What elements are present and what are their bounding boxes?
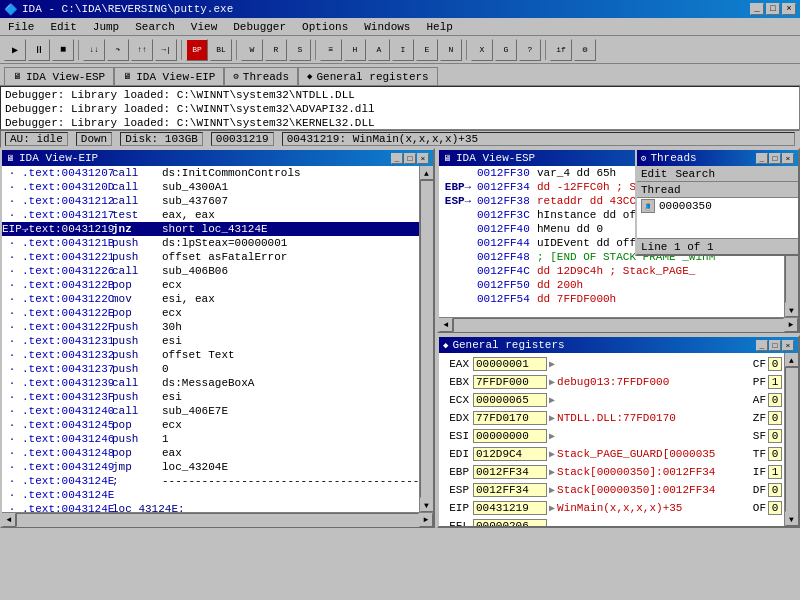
menu-debugger[interactable]: Debugger [229, 20, 290, 34]
xrefs-button[interactable]: X [471, 39, 493, 61]
regs-button[interactable]: R [265, 39, 287, 61]
tab-threads[interactable]: ⚙ Threads [224, 67, 298, 85]
regs-scroll-down[interactable]: ▼ [785, 512, 799, 526]
regs-scrollbar[interactable]: ▲ ▼ [784, 353, 798, 526]
names-button[interactable]: N [440, 39, 462, 61]
step-out-button[interactable]: ↑↑ [131, 39, 153, 61]
exports-button[interactable]: E [416, 39, 438, 61]
tab-threads-label: Threads [243, 71, 289, 83]
eip-scroll-left[interactable]: ◄ [2, 513, 16, 527]
esp-scroll-left[interactable]: ◄ [439, 318, 453, 332]
hex-view-button[interactable]: H [344, 39, 366, 61]
script-button[interactable]: if [550, 39, 572, 61]
regs-scroll-up[interactable]: ▲ [785, 353, 799, 367]
strings-button[interactable]: A [368, 39, 390, 61]
reg-value[interactable]: 0012FF34 [473, 465, 547, 479]
threads-menu-edit[interactable]: Edit [641, 168, 667, 180]
code-operands: ecx [162, 418, 182, 432]
eip-scroll-h-track[interactable] [16, 513, 419, 527]
esp-name: uIDEvent dd offset unk_132D [537, 237, 617, 249]
eip-h-scrollbar[interactable]: ◄ ► [2, 512, 433, 526]
bp-toggle-button[interactable]: BP [186, 39, 208, 61]
reg-value[interactable]: 0012FF34 [473, 483, 547, 497]
regs-scroll-track[interactable] [785, 367, 799, 512]
esp-row: 0012FF54 dd 7FFDF000h [439, 292, 784, 306]
reg-value[interactable]: 00000065 [473, 393, 547, 407]
code-addr: .text:0043122C [22, 292, 112, 306]
threads-menu-search[interactable]: Search [675, 168, 715, 180]
regs-maximize[interactable]: □ [769, 340, 781, 351]
register-row: ECX 00000065 ▶ AF 0 [441, 391, 782, 408]
code-operands: short loc_43124E [162, 222, 268, 236]
tab-bar: 🖥 IDA View-ESP 🖥 IDA View-EIP ⚙ Threads … [0, 64, 800, 86]
menu-search[interactable]: Search [131, 20, 179, 34]
plugin-button[interactable]: ⚙ [574, 39, 596, 61]
register-row: EBX 7FFDF000 ▶ debug013:7FFDF000 PF 1 [441, 373, 782, 390]
reg-flag-name: OF [742, 502, 766, 514]
esp-name: hMenu dd 0 [537, 223, 617, 235]
run-to-cursor-button[interactable]: →| [155, 39, 177, 61]
imports-button[interactable]: I [392, 39, 414, 61]
eip-minimize[interactable]: _ [391, 153, 403, 164]
reg-value[interactable]: 012D9C4 [473, 447, 547, 461]
watch-button[interactable]: W [241, 39, 263, 61]
tab-general-registers[interactable]: ◆ General registers [298, 67, 438, 85]
eip-close[interactable]: × [417, 153, 429, 164]
eip-maximize[interactable]: □ [404, 153, 416, 164]
tab-ida-view-eip[interactable]: 🖥 IDA View-EIP [114, 67, 224, 85]
run-button[interactable]: ▶ [4, 39, 26, 61]
minimize-button[interactable]: _ [750, 3, 764, 15]
reg-desc: Stack[00000350]:0012FF34 [557, 466, 738, 478]
esp-name: hInstance dd offset unk_400 [537, 209, 617, 221]
code-operands: sub_437607 [162, 194, 228, 208]
reg-value[interactable]: 77FD0170 [473, 411, 547, 425]
menu-help[interactable]: Help [422, 20, 456, 34]
eip-scroll-right[interactable]: ► [419, 513, 433, 527]
code-addr: .text:00431221 [22, 250, 112, 264]
code-instr: call [112, 404, 162, 418]
threads-row-1[interactable]: 🧵 00000350 [637, 198, 798, 214]
esp-addr: 0012FF38 [477, 195, 537, 207]
eip-code-row: · .text:00431232 push offset Text [2, 348, 419, 362]
esp-name: var_4 dd 65h [537, 167, 617, 179]
graph-button[interactable]: G [495, 39, 517, 61]
eip-scroll-track[interactable] [420, 180, 434, 498]
reg-value[interactable]: 00000000 [473, 429, 547, 443]
calc-button[interactable]: ? [519, 39, 541, 61]
stack-button[interactable]: S [289, 39, 311, 61]
threads-close[interactable]: × [782, 153, 794, 164]
eip-scroll-up[interactable]: ▲ [420, 166, 434, 180]
step-into-button[interactable]: ↓↓ [83, 39, 105, 61]
step-over-button[interactable]: ↷ [107, 39, 129, 61]
threads-maximize[interactable]: □ [769, 153, 781, 164]
tab-eip-icon: 🖥 [123, 71, 132, 82]
menu-windows[interactable]: Windows [360, 20, 414, 34]
reg-value[interactable]: 00431219 [473, 501, 547, 515]
eip-scrollbar[interactable]: ▲ ▼ [419, 166, 433, 512]
stop-button[interactable]: ■ [52, 39, 74, 61]
reg-value[interactable]: 00000001 [473, 357, 547, 371]
maximize-button[interactable]: □ [766, 3, 780, 15]
menu-view[interactable]: View [187, 20, 221, 34]
esp-scroll-right[interactable]: ► [784, 318, 798, 332]
segments-button[interactable]: ≡ [320, 39, 342, 61]
regs-close[interactable]: × [782, 340, 794, 351]
threads-minimize[interactable]: _ [756, 153, 768, 164]
menu-edit[interactable]: Edit [46, 20, 80, 34]
reg-value[interactable]: 7FFDF000 [473, 375, 547, 389]
esp-scroll-down[interactable]: ▼ [785, 303, 799, 317]
menu-jump[interactable]: Jump [89, 20, 123, 34]
esp-scroll-h-track[interactable] [453, 318, 784, 332]
reg-value[interactable]: 00000206 [473, 519, 547, 527]
eip-scroll-down[interactable]: ▼ [420, 498, 434, 512]
bp-list-button[interactable]: BL [210, 39, 232, 61]
pause-button[interactable]: ⏸ [28, 39, 50, 61]
close-button[interactable]: × [782, 3, 796, 15]
tab-ida-view-esp[interactable]: 🖥 IDA View-ESP [4, 67, 114, 85]
esp-h-scrollbar[interactable]: ◄ ► [439, 317, 798, 331]
regs-minimize[interactable]: _ [756, 340, 768, 351]
code-instr: mov [112, 292, 162, 306]
menu-options[interactable]: Options [298, 20, 352, 34]
menu-file[interactable]: File [4, 20, 38, 34]
esp-addr: 0012FF34 [477, 181, 537, 193]
